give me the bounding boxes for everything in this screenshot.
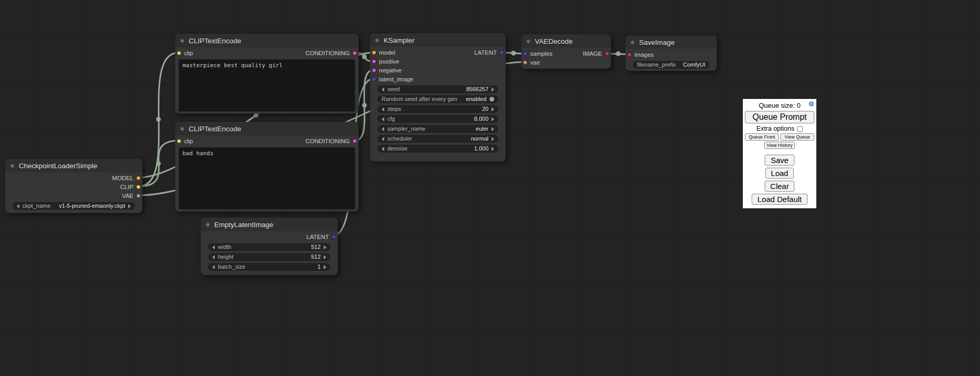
decrease-arrow-icon[interactable] [382, 87, 384, 92]
input-port-images[interactable] [627, 52, 632, 57]
node-titlebar[interactable]: SaveImage [626, 35, 717, 49]
input-port-vae[interactable] [523, 60, 528, 65]
prev-value-arrow-icon[interactable] [17, 204, 19, 208]
view-history-button[interactable]: View History [764, 142, 795, 149]
collapse-dot-icon[interactable] [205, 222, 210, 227]
comfy-menu-panel: Queue size: 0 Queue Prompt Extra options [743, 99, 816, 208]
decrease-arrow-icon[interactable] [382, 117, 384, 121]
prompt-textarea[interactable]: bad hands [179, 147, 355, 209]
decrease-arrow-icon[interactable] [212, 255, 215, 259]
increase-arrow-icon[interactable] [324, 245, 326, 249]
widget-denoise[interactable]: denoise 1.000 [377, 145, 498, 153]
widget-label: Random seed after every gen [382, 95, 457, 103]
input-label-vae: vae [530, 59, 540, 66]
input-label-negative: negative [379, 67, 401, 73]
collapse-dot-icon[interactable] [180, 127, 185, 131]
node-titlebar[interactable]: KSampler [370, 33, 506, 47]
prev-value-arrow-icon[interactable] [382, 137, 384, 141]
widget-value: 8566257 [466, 85, 488, 93]
next-value-arrow-icon[interactable] [492, 127, 494, 131]
node-emptylatentimage[interactable]: EmptyLatentImage LATENT width 512 height… [201, 218, 338, 275]
widget-filename-prefix[interactable]: filename_prefix ComfyUI [633, 61, 709, 69]
increase-arrow-icon[interactable] [492, 107, 494, 111]
node-titlebar[interactable]: VAEDecode [521, 34, 611, 48]
input-port-clip[interactable] [177, 139, 181, 143]
widget-value: v1-5-pruned-emaonly.ckpt [59, 202, 125, 210]
extra-options-checkbox[interactable] [797, 126, 803, 132]
widget-ckpt-name[interactable]: ckpt_name v1-5-pruned-emaonly.ckpt [13, 202, 135, 210]
collapse-dot-icon[interactable] [526, 39, 531, 44]
output-port-latent[interactable] [332, 234, 336, 239]
widget-height[interactable]: height 512 [208, 253, 330, 261]
collapse-dot-icon[interactable] [630, 40, 635, 45]
settings-gear-icon[interactable] [808, 101, 815, 107]
queue-front-button[interactable]: Queue Front [745, 133, 779, 141]
input-port-negative[interactable] [372, 68, 376, 72]
output-port-image[interactable] [605, 51, 609, 56]
input-port-positive[interactable] [372, 59, 376, 64]
decrease-arrow-icon[interactable] [382, 147, 384, 151]
node-titlebar[interactable]: CLIPTextEncode [175, 122, 359, 135]
queue-prompt-button[interactable]: Queue Prompt [745, 111, 814, 123]
widget-batch-size[interactable]: batch_size 1 [208, 263, 330, 271]
load-button[interactable]: Load [765, 168, 794, 179]
decrease-arrow-icon[interactable] [212, 265, 215, 269]
prev-value-arrow-icon[interactable] [382, 127, 384, 131]
decrease-arrow-icon[interactable] [382, 107, 384, 111]
node-saveimage[interactable]: SaveImage images filename_prefix ComfyUI [626, 35, 717, 71]
next-value-arrow-icon[interactable] [128, 204, 131, 208]
node-titlebar[interactable]: CLIPTextEncode [175, 34, 359, 47]
output-port-vae[interactable] [136, 193, 141, 198]
input-port-clip[interactable] [177, 51, 181, 55]
widget-random-seed-toggle[interactable]: Random seed after every gen enabled [377, 95, 498, 103]
load-default-button[interactable]: Load Default [752, 194, 807, 205]
widget-cfg[interactable]: cfg 8.000 [377, 115, 498, 123]
widget-label: cfg [387, 115, 395, 123]
output-port-latent[interactable] [499, 50, 504, 55]
output-port-conditioning[interactable] [352, 51, 357, 55]
next-value-arrow-icon[interactable] [492, 137, 494, 141]
node-checkpointloadersimple[interactable]: CheckpointLoaderSimple MODEL CLIP VAE ck… [5, 159, 142, 213]
widget-label: batch_size [218, 263, 246, 271]
collapse-dot-icon[interactable] [180, 39, 185, 43]
decrease-arrow-icon[interactable] [212, 245, 215, 249]
output-port-clip[interactable] [136, 184, 141, 189]
widget-value: 20 [482, 105, 488, 113]
widget-sampler-name[interactable]: sampler_name euler [377, 125, 498, 133]
output-port-conditioning[interactable] [352, 139, 357, 143]
node-cliptextencode-positive[interactable]: CLIPTextEncode clip CONDITIONING masterp… [175, 34, 359, 114]
node-ksampler[interactable]: KSampler model LATENT positive negative … [370, 33, 506, 161]
output-label-vae: VAE [122, 193, 133, 199]
input-port-samples[interactable] [523, 51, 528, 56]
widget-label: denoise [387, 145, 408, 153]
increase-arrow-icon[interactable] [324, 265, 326, 269]
output-port-model[interactable] [136, 176, 141, 180]
node-vaedecode[interactable]: VAEDecode samples IMAGE vae [521, 34, 611, 69]
increase-arrow-icon[interactable] [492, 87, 494, 92]
widget-seed[interactable]: seed 8566257 [377, 85, 498, 93]
node-titlebar[interactable]: EmptyLatentImage [201, 218, 338, 231]
input-port-latent-image[interactable] [372, 77, 376, 81]
collapse-dot-icon[interactable] [375, 38, 379, 43]
prompt-textarea[interactable]: masterpiece best quality girl [179, 59, 355, 111]
clear-button[interactable]: Clear [765, 181, 795, 192]
input-port-model[interactable] [372, 50, 376, 55]
toggle-on-icon[interactable] [489, 97, 494, 102]
node-title: VAEDecode [535, 37, 573, 45]
view-queue-button[interactable]: View Queue [780, 133, 814, 141]
widget-scheduler[interactable]: scheduler normal [377, 135, 498, 143]
increase-arrow-icon[interactable] [324, 255, 326, 259]
collapse-dot-icon[interactable] [10, 164, 15, 168]
widget-value: euler [476, 125, 488, 133]
node-cliptextencode-negative[interactable]: CLIPTextEncode clip CONDITIONING bad han… [175, 122, 359, 211]
save-button[interactable]: Save [765, 155, 794, 166]
widget-steps[interactable]: steps 20 [377, 105, 498, 113]
increase-arrow-icon[interactable] [492, 147, 494, 151]
widget-width[interactable]: width 512 [208, 243, 330, 251]
widget-label: steps [387, 105, 401, 113]
node-titlebar[interactable]: CheckpointLoaderSimple [5, 159, 142, 172]
widget-label: seed [387, 85, 400, 93]
widget-value: normal [471, 135, 488, 143]
graph-canvas[interactable]: CheckpointLoaderSimple MODEL CLIP VAE ck… [0, 0, 980, 376]
increase-arrow-icon[interactable] [492, 117, 494, 121]
